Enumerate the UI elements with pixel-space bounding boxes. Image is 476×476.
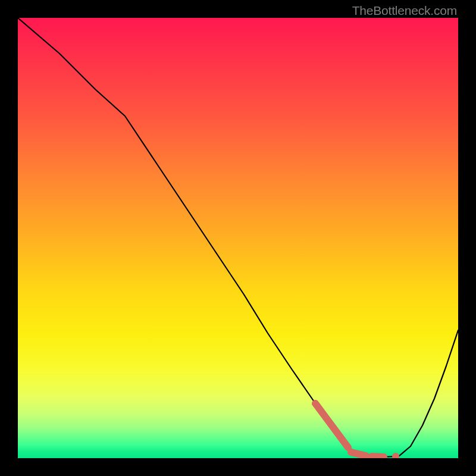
- bottleneck-curve: [18, 18, 458, 457]
- chart-frame: TheBottleneck.com: [0, 0, 476, 476]
- chart-overlay: [18, 18, 458, 458]
- highlight-segment-main: [315, 403, 348, 447]
- highlight-segment-dash-2: [372, 456, 384, 457]
- highlight-dot: [392, 453, 399, 458]
- plot-area: [18, 18, 458, 458]
- highlight-segment-dash-1: [351, 452, 366, 456]
- watermark-text: TheBottleneck.com: [352, 4, 457, 18]
